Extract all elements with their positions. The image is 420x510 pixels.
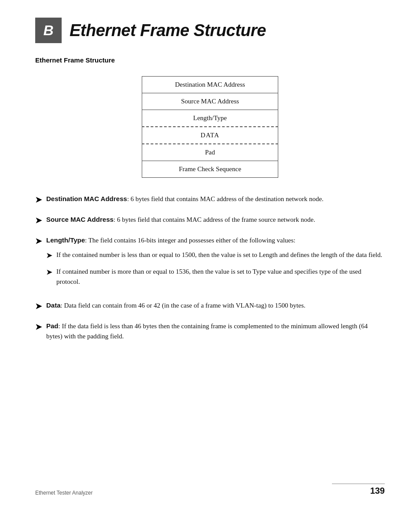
footer-page-number: 139: [370, 486, 385, 496]
bullet-term: Destination MAC Address: [46, 195, 127, 202]
list-item: ➤Source MAC Address: 6 bytes field that …: [35, 214, 385, 227]
bullet-text: Length/Type: The field contains 16-bits …: [46, 235, 385, 293]
bullet-arrow-icon: ➤: [35, 235, 42, 248]
frame-row: Frame Check Sequence: [142, 161, 278, 178]
footer-line: [332, 484, 385, 484]
list-item: ➤Length/Type: The field contains 16-bits…: [35, 235, 385, 293]
frame-cell: Frame Check Sequence: [142, 161, 278, 178]
bullet-term: Source MAC Address: [46, 216, 114, 223]
bullet-arrow-icon: ➤: [35, 194, 42, 206]
bullet-term: Length/Type: [46, 236, 85, 244]
frame-cell: Length/Type: [142, 110, 278, 127]
footer-right: 139: [332, 484, 385, 496]
frame-row: DATA: [142, 127, 278, 144]
frame-row: Destination MAC Address: [142, 77, 278, 93]
bullet-text: Data: Data field can contain from 46 or …: [46, 300, 385, 311]
page-footer: Ethernet Tester Analyzer 139: [35, 484, 385, 496]
frame-table: Destination MAC AddressSource MAC Addres…: [142, 76, 278, 178]
bullet-text: Pad: If the data field is less than 46 b…: [46, 321, 385, 342]
frame-cell: DATA: [142, 127, 278, 144]
frame-cell: Destination MAC Address: [142, 77, 278, 93]
bullet-list: ➤Destination MAC Address: 6 bytes field …: [35, 194, 385, 342]
sub-bullet-list: ➤If the contained number is less than or…: [46, 250, 385, 287]
section-heading: Ethernet Frame Structure: [35, 56, 385, 64]
bullet-text: Destination MAC Address: 6 bytes field t…: [46, 194, 385, 204]
sub-arrow-icon: ➤: [46, 267, 52, 278]
list-item: ➤Data: Data field can contain from 46 or…: [35, 300, 385, 313]
sub-arrow-icon: ➤: [46, 250, 52, 261]
bullet-arrow-icon: ➤: [35, 215, 42, 227]
bullet-text: Source MAC Address: 6 bytes field that c…: [46, 214, 385, 225]
frame-row: Length/Type: [142, 110, 278, 127]
frame-cell: Source MAC Address: [142, 93, 278, 110]
list-item: ➤If contained number is more than or equ…: [46, 267, 385, 287]
diagram-container: Destination MAC AddressSource MAC Addres…: [35, 76, 385, 178]
chapter-badge: B: [35, 18, 62, 43]
bullet-term: Data: [46, 301, 61, 309]
list-item: ➤Destination MAC Address: 6 bytes field …: [35, 194, 385, 206]
chapter-title: Ethernet Frame Structure: [70, 21, 266, 40]
sub-bullet-text: If contained number is more than or equa…: [56, 267, 385, 287]
bullet-arrow-icon: ➤: [35, 321, 42, 334]
frame-row: Pad: [142, 144, 278, 161]
page: B Ethernet Frame Structure Ethernet Fram…: [0, 0, 420, 510]
frame-cell: Pad: [142, 144, 278, 161]
list-item: ➤If the contained number is less than or…: [46, 250, 385, 261]
bullet-term: Pad: [46, 322, 59, 330]
bullet-arrow-icon: ➤: [35, 301, 42, 313]
footer-left-text: Ethernet Tester Analyzer: [35, 490, 93, 496]
frame-row: Source MAC Address: [142, 93, 278, 110]
list-item: ➤Pad: If the data field is less than 46 …: [35, 321, 385, 342]
page-header: B Ethernet Frame Structure: [35, 18, 385, 43]
sub-bullet-text: If the contained number is less than or …: [56, 250, 382, 260]
